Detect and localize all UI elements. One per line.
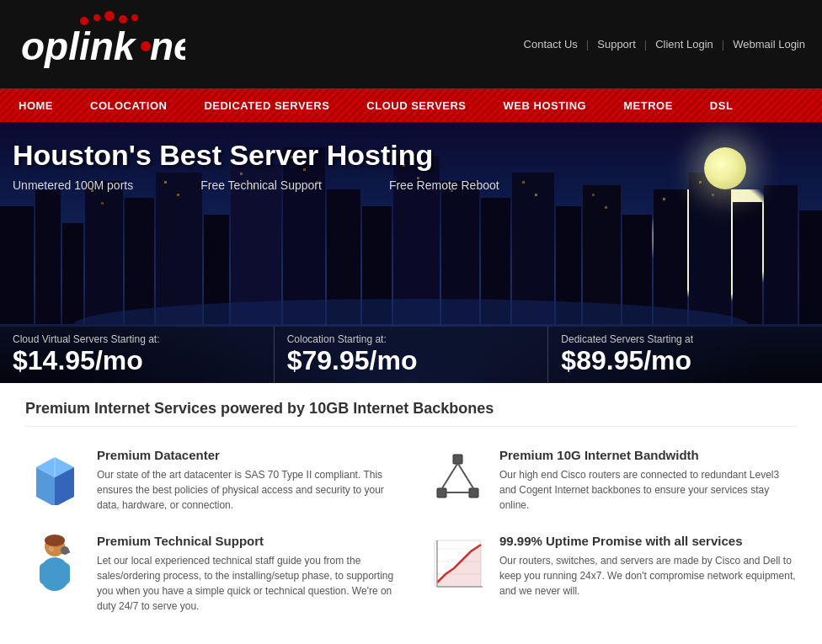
hero-features: Unmetered 100M ports Free Technical Supp… [13,178,499,192]
uptime-heading: 99.99% Uptime Promise with all services [499,534,797,548]
datacenter-icon [25,448,84,507]
svg-point-66 [45,535,65,546]
support-text: Premium Technical Support Let our local … [97,534,394,614]
support-icon [25,534,84,593]
svg-point-4 [131,14,138,21]
datacenter-heading: Premium Datacenter [97,448,394,462]
feature-unmetered: Unmetered 100M ports [13,178,133,192]
nav-item-web-hosting[interactable]: WEB HOSTING [485,88,606,122]
main-content: Premium Internet Services powered by 10G… [0,383,822,631]
svg-rect-28 [733,202,762,324]
colo-price-value: $79.95/mo [287,345,536,376]
bandwidth-body: Our high end Cisco routers are connected… [499,467,797,513]
network-icon [428,448,487,507]
svg-rect-27 [689,173,731,324]
content-title: Premium Internet Services powered by 10G… [25,400,797,427]
svg-rect-8 [0,206,34,324]
svg-point-2 [104,11,115,21]
feature-bandwidth: Premium 10G Internet Bandwidth Our high … [428,448,797,513]
svg-rect-71 [63,551,70,553]
uptime-body: Our routers, switches, and servers are m… [499,553,797,599]
svg-rect-32 [101,202,104,205]
svg-rect-46 [605,206,607,209]
svg-rect-9 [35,189,61,324]
svg-point-69 [49,546,54,551]
bandwidth-text: Premium 10G Internet Bandwidth Our high … [499,448,797,513]
header: oplink net Contact Us | Support | Client… [0,0,822,88]
webmail-login-link[interactable]: Webmail Login [733,38,805,51]
svg-rect-48 [699,181,702,184]
svg-line-62 [442,464,457,488]
svg-rect-60 [437,488,446,498]
svg-rect-34 [177,194,179,196]
contact-link[interactable]: Contact Us [524,38,578,51]
logo: oplink net [17,11,185,78]
support-heading: Premium Technical Support [97,534,394,548]
feature-support: Free Technical Support [200,178,322,192]
nav-item-dedicated-servers[interactable]: DEDICATED SERVERS [185,88,348,122]
feature-datacenter: Premium Datacenter Our state of the art … [25,448,394,513]
feature-support: Premium Technical Support Let our local … [25,534,394,614]
header-links: Contact Us | Support | Client Login | We… [524,38,805,51]
svg-rect-47 [663,198,665,200]
client-login-link[interactable]: Client Login [655,38,713,51]
feature-reboot: Free Remote Reboot [389,178,499,192]
svg-rect-43 [522,181,525,184]
dedicated-price-value: $89.95/mo [561,345,809,376]
nav-item-colocation[interactable]: COLOCATION [72,88,185,122]
svg-text:net: net [150,24,185,68]
datacenter-body: Our state of the art datacenter is SAS 7… [97,467,394,513]
svg-text:oplink: oplink [21,24,137,68]
svg-rect-11 [85,181,123,324]
nav-item-metroe[interactable]: METROE [605,88,691,122]
hero-prices: Cloud Virtual Servers Starting at: $14.9… [0,327,822,383]
svg-rect-10 [62,223,83,324]
features-grid: Premium Datacenter Our state of the art … [25,448,797,614]
colo-price-label: Colocation Starting at: [287,333,536,345]
support-link[interactable]: Support [597,38,636,51]
svg-rect-12 [125,198,154,324]
price-block-colo: Colocation Starting at: $79.95/mo [275,327,549,383]
moon [704,147,746,189]
svg-rect-59 [453,455,462,464]
svg-rect-26 [654,189,687,324]
nav-item-dsl[interactable]: DSL [691,88,752,122]
svg-rect-44 [535,194,537,196]
uptime-text: 99.99% Uptime Promise with all services … [499,534,797,599]
nav-item-home[interactable]: HOME [0,88,72,122]
feature-uptime: 99.99% Uptime Promise with all services … [428,534,797,614]
navigation: HOME COLOCATION DEDICATED SERVERS CLOUD … [0,88,822,122]
bandwidth-heading: Premium 10G Internet Bandwidth [499,448,797,462]
hero-text-area: Houston's Best Server Hosting Unmetered … [13,139,499,192]
svg-rect-29 [764,185,798,324]
price-block-dedicated: Dedicated Servers Starting at $89.95/mo [548,327,822,383]
support-body: Let our local experienced technical staf… [97,553,394,614]
svg-rect-68 [40,563,70,584]
svg-rect-61 [469,488,478,498]
hero-title: Houston's Best Server Hosting [13,139,499,172]
cloud-price-label: Cloud Virtual Servers Starting at: [13,333,261,345]
svg-point-1 [93,14,100,21]
nav-item-cloud-servers[interactable]: CLOUD SERVERS [348,88,484,122]
logo-area: oplink net [17,11,185,78]
dedicated-price-label: Dedicated Servers Starting at [561,333,809,345]
hero-banner: Houston's Best Server Hosting Unmetered … [0,122,822,383]
svg-line-63 [458,464,473,488]
svg-rect-45 [592,194,595,196]
svg-point-3 [119,15,127,24]
svg-rect-30 [799,210,822,324]
price-block-cloud: Cloud Virtual Servers Starting at: $14.9… [0,327,275,383]
cloud-price-value: $14.95/mo [13,345,261,376]
chart-icon [428,534,487,593]
svg-rect-49 [712,194,714,196]
datacenter-text: Premium Datacenter Our state of the art … [97,448,394,513]
